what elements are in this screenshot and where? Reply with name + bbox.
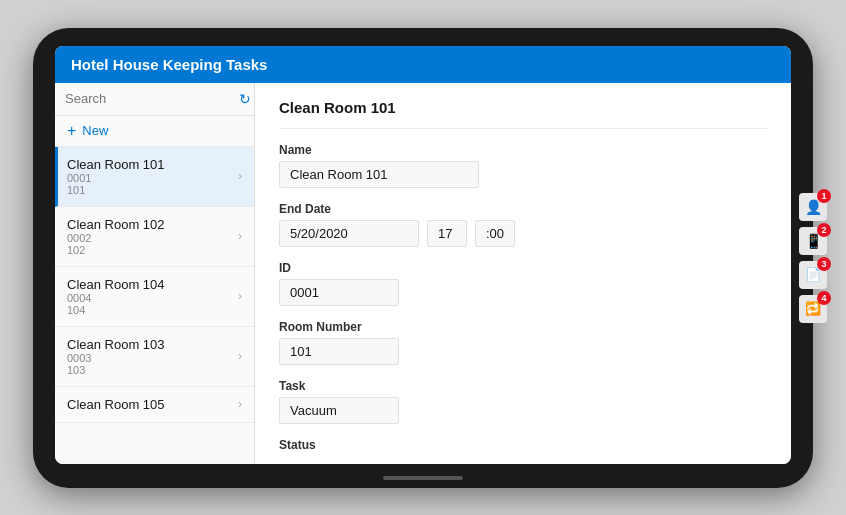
chevron-right-icon: › <box>238 229 242 243</box>
app-title: Hotel House Keeping Tasks <box>71 56 267 73</box>
chevron-right-icon: › <box>238 397 242 411</box>
task-value: Vacuum <box>279 397 399 424</box>
item-sub-code: 0003 <box>67 352 165 364</box>
end-date-label: End Date <box>279 202 767 216</box>
app-header: Hotel House Keeping Tasks <box>55 46 791 83</box>
id-label: ID <box>279 261 767 275</box>
side-icon-2[interactable]: 📱 2 <box>799 227 827 255</box>
item-title: Clean Room 101 <box>67 157 165 172</box>
item-sub-code: 0002 <box>67 232 165 244</box>
chevron-right-icon: › <box>238 169 242 183</box>
item-title: Clean Room 104 <box>67 277 165 292</box>
name-label: Name <box>279 143 767 157</box>
item-sub-room: 104 <box>67 304 165 316</box>
side-icon-3[interactable]: 📄 3 <box>799 261 827 289</box>
item-sub-room: 102 <box>67 244 165 256</box>
list-items: Clean Room 101 0001 101 › Clean Room 102… <box>55 147 254 464</box>
badge-4: 4 <box>817 291 831 305</box>
name-value: Clean Room 101 <box>279 161 479 188</box>
list-item[interactable]: Clean Room 105 › <box>55 387 254 423</box>
badge-3: 3 <box>817 257 831 271</box>
search-input[interactable] <box>65 91 233 106</box>
plus-icon: + <box>67 122 76 140</box>
item-title: Clean Room 105 <box>67 397 165 412</box>
app-body: ↻ + New Clean Room 101 0001 101 <box>55 83 791 464</box>
chevron-right-icon: › <box>238 289 242 303</box>
end-time-min: :00 <box>475 220 515 247</box>
detail-panel: Clean Room 101 Name Clean Room 101 End D… <box>255 83 791 464</box>
item-title: Clean Room 102 <box>67 217 165 232</box>
side-icons: 👤 1 📱 2 📄 3 🔁 4 <box>799 193 827 323</box>
status-label: Status <box>279 438 767 452</box>
chevron-right-icon: › <box>238 349 242 363</box>
end-time-hour: 17 <box>427 220 467 247</box>
date-time-row: 5/20/2020 17 :00 <box>279 220 767 247</box>
search-icon: ↻ <box>239 91 251 107</box>
field-group-status: Status <box>279 438 767 452</box>
new-button[interactable]: + New <box>55 116 254 147</box>
item-sub-code: 0001 <box>67 172 165 184</box>
list-item[interactable]: Clean Room 103 0003 103 › <box>55 327 254 387</box>
detail-title: Clean Room 101 <box>279 99 767 129</box>
id-value: 0001 <box>279 279 399 306</box>
item-title: Clean Room 103 <box>67 337 165 352</box>
table-icon: 📄 <box>805 267 821 282</box>
field-group-name: Name Clean Room 101 <box>279 143 767 188</box>
left-panel: ↻ + New Clean Room 101 0001 101 <box>55 83 255 464</box>
item-sub-room: 103 <box>67 364 165 376</box>
badge-2: 2 <box>817 223 831 237</box>
badge-1: 1 <box>817 189 831 203</box>
list-item[interactable]: Clean Room 102 0002 102 › <box>55 207 254 267</box>
field-group-task: Task Vacuum <box>279 379 767 424</box>
tablet-frame: Hotel House Keeping Tasks ↻ + New <box>33 28 813 488</box>
item-sub-code: 0004 <box>67 292 165 304</box>
field-group-enddate: End Date 5/20/2020 17 :00 <box>279 202 767 247</box>
task-label: Task <box>279 379 767 393</box>
search-bar: ↻ <box>55 83 254 116</box>
side-icon-4[interactable]: 🔁 4 <box>799 295 827 323</box>
home-indicator <box>383 476 463 480</box>
tablet-screen: Hotel House Keeping Tasks ↻ + New <box>55 46 791 464</box>
side-icon-1[interactable]: 👤 1 <box>799 193 827 221</box>
room-number-value: 101 <box>279 338 399 365</box>
end-date-value: 5/20/2020 <box>279 220 419 247</box>
field-group-id: ID 0001 <box>279 261 767 306</box>
item-sub-room: 101 <box>67 184 165 196</box>
list-item[interactable]: Clean Room 104 0004 104 › <box>55 267 254 327</box>
list-item[interactable]: Clean Room 101 0001 101 › <box>55 147 254 207</box>
new-button-label: New <box>82 123 108 138</box>
room-number-label: Room Number <box>279 320 767 334</box>
field-group-room: Room Number 101 <box>279 320 767 365</box>
share-icon: 🔁 <box>805 301 821 316</box>
